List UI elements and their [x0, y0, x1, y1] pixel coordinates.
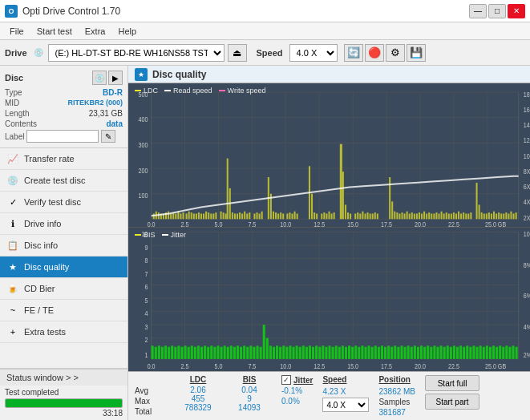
menu-start-test[interactable]: Start test — [30, 25, 79, 38]
sidebar-item-disc-info[interactable]: 📋 Disc info — [0, 235, 127, 256]
svg-rect-261 — [309, 345, 311, 359]
svg-rect-153 — [491, 213, 492, 219]
sidebar-item-transfer-rate[interactable]: 📈 Transfer rate — [0, 148, 127, 170]
svg-rect-89 — [311, 194, 313, 220]
svg-rect-219 — [171, 345, 173, 359]
svg-rect-131 — [433, 213, 435, 219]
svg-rect-264 — [318, 347, 321, 359]
svg-rect-281 — [374, 345, 377, 359]
sidebar-label-drive-info: Drive info — [24, 219, 61, 228]
svg-text:5: 5 — [145, 296, 148, 305]
svg-rect-68 — [241, 213, 243, 219]
svg-rect-117 — [399, 213, 400, 219]
svg-text:22.5: 22.5 — [448, 361, 459, 370]
svg-rect-157 — [500, 213, 502, 219]
status-window-label: Status window > > — [6, 373, 79, 382]
ldc-avg-val: 2.06 — [190, 386, 205, 394]
disc-header: Disc 💿 ▶ — [5, 71, 123, 85]
svg-rect-245 — [257, 345, 259, 359]
start-part-button[interactable]: Start part — [425, 394, 479, 410]
svg-rect-144 — [465, 213, 467, 219]
speed-select[interactable]: 4.0 X — [322, 398, 369, 412]
content-area: ★ Disc quality LDC Read speed — [128, 66, 530, 420]
svg-rect-231 — [210, 345, 212, 359]
svg-text:10.0: 10.0 — [280, 220, 291, 227]
status-time: 33:18 — [5, 409, 123, 418]
disc-type-label: Type — [5, 88, 22, 97]
svg-rect-92 — [321, 213, 322, 219]
disc-label-input[interactable] — [26, 130, 99, 143]
svg-rect-146 — [470, 212, 471, 219]
svg-text:25.0 GB: 25.0 GB — [485, 220, 506, 227]
svg-rect-39 — [168, 212, 169, 220]
svg-rect-152 — [488, 212, 490, 219]
extra-tests-icon: + — [6, 325, 19, 338]
svg-rect-103 — [354, 213, 356, 219]
disc-panel-title: Disc — [5, 73, 23, 83]
close-button[interactable]: ✕ — [508, 4, 525, 18]
svg-rect-257 — [296, 345, 298, 359]
sidebar-item-disc-quality[interactable]: ★ Disc quality — [0, 256, 127, 278]
chart-bottom: BIS Jitter — [128, 228, 530, 371]
save-button[interactable]: 💾 — [407, 44, 426, 62]
disc-icon-1[interactable]: 💿 — [92, 71, 107, 85]
menu-help[interactable]: Help — [111, 25, 143, 38]
svg-rect-222 — [180, 347, 183, 359]
app-title: Opti Drive Control 1.70 — [22, 6, 120, 17]
svg-rect-213 — [152, 345, 154, 359]
svg-rect-154 — [493, 212, 495, 220]
app-icon: O — [5, 5, 18, 18]
drive-info-icon: ℹ — [6, 217, 19, 230]
svg-rect-265 — [322, 345, 324, 359]
jitter-checkbox[interactable]: ✓ — [281, 375, 291, 385]
burn-button[interactable]: 🔴 — [365, 44, 384, 62]
sidebar-item-verify-test-disc[interactable]: ✓ Verify test disc — [0, 192, 127, 213]
menu-file[interactable]: File — [3, 25, 30, 38]
speed-stats-header: Speed — [322, 375, 369, 384]
svg-rect-104 — [357, 212, 358, 219]
start-full-button[interactable]: Start full — [425, 375, 479, 391]
svg-rect-99 — [342, 172, 344, 219]
speed-select[interactable]: 4.0 X — [289, 44, 338, 62]
svg-rect-276 — [358, 347, 360, 359]
svg-rect-58 — [215, 212, 216, 219]
svg-text:8X: 8X — [524, 167, 530, 176]
svg-rect-252 — [279, 347, 281, 359]
sidebar-item-drive-info[interactable]: ℹ Drive info — [0, 213, 127, 235]
settings-button[interactable]: ⚙ — [386, 44, 405, 62]
svg-rect-45 — [182, 212, 184, 219]
svg-rect-272 — [345, 347, 347, 359]
legend-ldc: LDC — [135, 87, 158, 95]
svg-rect-136 — [446, 212, 447, 219]
svg-rect-226 — [194, 347, 196, 359]
svg-rect-91 — [316, 213, 318, 219]
svg-rect-294 — [417, 347, 419, 359]
svg-rect-110 — [372, 213, 374, 219]
svg-rect-137 — [448, 213, 450, 219]
sidebar-label-verify-test-disc: Verify test disc — [24, 197, 81, 207]
minimize-button[interactable]: — — [469, 4, 487, 18]
refresh-button[interactable]: 🔄 — [344, 44, 363, 62]
ldc-total-val: 788329 — [184, 403, 211, 412]
sidebar-item-cd-bier[interactable]: 🍺 CD Bier — [0, 278, 127, 300]
drive-select[interactable]: (E:) HL-DT-ST BD-RE WH16NS58 TST4 — [48, 44, 225, 62]
svg-rect-251 — [276, 345, 278, 359]
menu-extra[interactable]: Extra — [79, 25, 112, 38]
eject-button[interactable]: ⏏ — [228, 44, 247, 62]
sidebar-item-fe-te[interactable]: ~ FE / TE — [0, 300, 127, 321]
svg-rect-306 — [456, 347, 459, 359]
sidebar-item-create-test-disc[interactable]: 💿 Create test disc — [0, 170, 127, 192]
maximize-button[interactable]: □ — [488, 4, 506, 18]
sidebar-label-transfer-rate: Transfer rate — [24, 154, 75, 164]
svg-rect-236 — [227, 347, 229, 359]
svg-rect-216 — [161, 347, 164, 359]
svg-rect-248 — [266, 338, 269, 359]
write-speed-legend-dot — [219, 90, 225, 91]
status-window-button[interactable]: Status window > > — [0, 369, 127, 386]
disc-icon-2[interactable]: ▶ — [108, 71, 123, 85]
svg-text:2.5: 2.5 — [181, 220, 189, 227]
svg-rect-221 — [177, 345, 180, 359]
svg-rect-321 — [505, 345, 508, 359]
sidebar-item-extra-tests[interactable]: + Extra tests — [0, 321, 127, 343]
disc-label-button[interactable]: ✎ — [101, 130, 115, 143]
